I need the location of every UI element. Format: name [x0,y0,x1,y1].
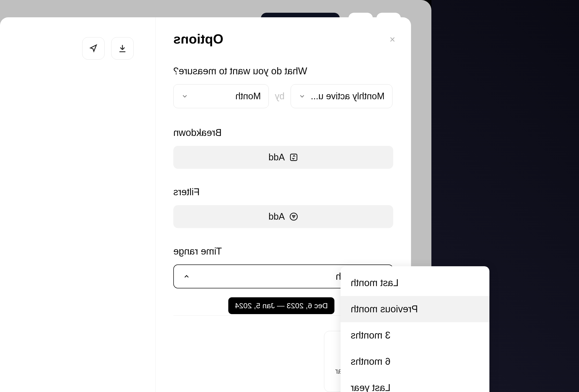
filters-label: Filters [173,187,393,198]
dropdown-item-last-month[interactable]: Last month [341,270,489,296]
date-tooltip: Dec 6, 2023 — Jan 5, 2024 [228,297,334,314]
cursor-button[interactable] [82,37,105,60]
svg-rect-0 [290,154,297,161]
period-select-value: Month [235,91,261,102]
download-button[interactable] [111,37,134,60]
timerange-dropdown: Last month Previous month 3 months 6 mon… [341,266,489,392]
cursor-icon [88,43,98,53]
period-select[interactable]: Month [173,84,269,108]
swap-icon [289,153,298,162]
filters-add-button[interactable]: Add [173,205,393,228]
filter-icon [289,212,298,221]
download-icon [117,43,128,53]
measure-question: What do you want to measure? [173,66,393,77]
breakdown-add-button[interactable]: Add [173,146,393,169]
measure-row: Monthly active u... by Month [173,84,393,108]
timerange-label: Time range [173,246,393,257]
filters-add-label: Add [269,211,285,222]
metric-select[interactable]: Monthly active u... [291,84,392,108]
right-column [0,17,155,392]
breakdown-add-label: Add [269,152,285,163]
chevron-up-icon [183,273,190,280]
close-icon[interactable]: × [390,35,395,44]
dropdown-item-last-year[interactable]: Last year [341,375,489,392]
dropdown-item-3-months[interactable]: 3 months [341,322,489,348]
breakdown-label: Breakdown [173,127,393,138]
dropdown-item-previous-month[interactable]: Previous month [341,296,489,322]
dropdown-item-6-months[interactable]: 6 months [341,348,489,375]
metric-select-value: Monthly active u... [311,91,385,102]
chevron-down-icon [299,93,306,100]
panel-title: Options [173,31,393,47]
chevron-down-icon [181,93,188,100]
by-text: by [275,91,285,102]
